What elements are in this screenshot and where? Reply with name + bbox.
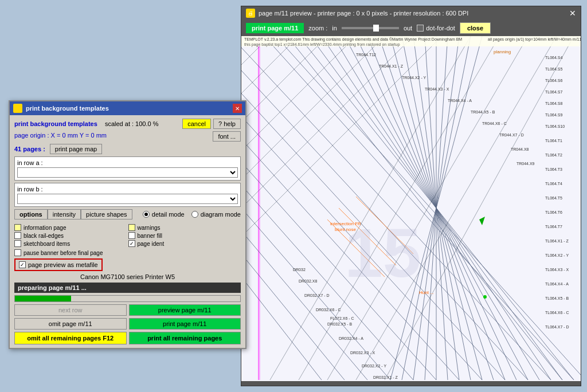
- page-preview-checkbox[interactable]: [19, 261, 26, 268]
- pause-banner-checkbox[interactable]: [14, 249, 21, 256]
- cancel-button[interactable]: cancel: [182, 119, 211, 129]
- svg-text:TL064.S7: TL064.S7: [545, 90, 562, 94]
- svg-text:TR044.X1 - Z: TR044.X1 - Z: [379, 64, 404, 68]
- page-preview-label: page preview as metafile: [28, 261, 98, 268]
- preparing-label: preparing page m/11 ...: [14, 283, 241, 293]
- svg-text:TL064.X2 - Y: TL064.X2 - Y: [545, 253, 569, 257]
- banner-fill-label: banner fill: [138, 233, 162, 239]
- omit-page-button[interactable]: omit page m/11: [14, 318, 127, 330]
- font-button[interactable]: font ...: [213, 131, 241, 142]
- pause-banner-row: pause banner before final page: [14, 249, 241, 256]
- header-buttons: cancel ? help: [182, 119, 241, 129]
- black-rail-label: black rail-edges: [24, 233, 64, 239]
- page-ident-label: page ident: [138, 241, 165, 247]
- svg-text:TL064.S5: TL064.S5: [545, 67, 562, 71]
- svg-text:TL064.S4: TL064.S4: [545, 56, 562, 60]
- svg-text:DR032.X7 - D: DR032.X7 - D: [304, 293, 330, 297]
- options-tabs: options intensity picture shapes: [14, 209, 132, 219]
- tab-picture-shapes[interactable]: picture shapes: [81, 209, 132, 219]
- svg-text:FL072.X6 - C: FL072.X6 - C: [330, 316, 354, 320]
- omit-all-button[interactable]: omit all remaining pages F12: [14, 332, 127, 344]
- tab-options[interactable]: options: [14, 209, 48, 219]
- svg-text:DR032.X2 - Y: DR032.X2 - Y: [362, 364, 386, 368]
- print-page-button[interactable]: print page m/11: [246, 23, 304, 33]
- zoom-slider[interactable]: [342, 27, 399, 29]
- svg-text:blunt nose: blunt nose: [335, 227, 356, 232]
- detail-mode-group: detail mode: [143, 211, 185, 218]
- dialog-close-button[interactable]: ✕: [233, 104, 242, 113]
- warnings-checkbox[interactable]: [128, 224, 135, 231]
- page-ident-checkbox[interactable]: [128, 240, 135, 247]
- svg-text:TL064.T5: TL064.T5: [545, 196, 562, 200]
- tab-intensity[interactable]: intensity: [48, 209, 81, 219]
- svg-text:TR044.X6 - C: TR044.X6 - C: [482, 121, 507, 126]
- svg-text:Hunt ...: Hunt ...: [419, 290, 434, 295]
- diagram-mode-label: diagram mode: [201, 211, 241, 218]
- detail-mode-radio[interactable]: [143, 211, 150, 218]
- svg-text:TL064.S10: TL064.S10: [545, 124, 565, 128]
- banner-fill-checkbox[interactable]: [128, 232, 135, 239]
- close-icon: ✕: [569, 9, 576, 18]
- sketchboard-row: sketchboard items: [14, 240, 127, 247]
- page-preview-container: page preview as metafile: [14, 258, 241, 271]
- dot-for-dot-checkbox[interactable]: [417, 25, 424, 32]
- print-all-button[interactable]: print all remaining pages: [129, 332, 241, 344]
- svg-text:TL064.X4 - A: TL064.X4 - A: [545, 282, 569, 286]
- svg-rect-0: [241, 36, 581, 381]
- svg-text:TL064.X6 - C: TL064.X6 - C: [545, 311, 569, 315]
- zoom-in-label: in: [332, 25, 337, 32]
- svg-text:TL064.T7: TL064.T7: [545, 225, 562, 229]
- scale-text: scaled at : 100.0 %: [105, 120, 159, 127]
- svg-text:TR044.X4 - A: TR044.X4 - A: [448, 99, 472, 103]
- svg-text:this page  baptist top1 x=2184: this page baptist top1 x=2184.61mm left/…: [244, 42, 400, 47]
- svg-text:TL064.T1: TL064.T1: [545, 139, 562, 143]
- preview-window: 🖨 page m/11 preview - printer page : 0 x…: [241, 6, 581, 386]
- bottom-buttons: omit all remaining pages F12 print all r…: [14, 332, 241, 344]
- svg-text:all pages origin (a/1)  top=10: all pages origin (a/1) top=104mm left/W=…: [488, 37, 581, 42]
- dialog-body: print background templates scaled at : 1…: [10, 115, 245, 348]
- svg-text:TL064.X1 - Z: TL064.X1 - Z: [545, 239, 569, 243]
- dot-for-dot-container: dot-for-dot: [417, 25, 455, 32]
- preview-content: 15 TEMPLOT v.2.23.a templot.com This dra…: [241, 36, 581, 381]
- help-button[interactable]: ? help: [213, 119, 241, 129]
- app-icon: 🖨: [246, 9, 255, 18]
- zoom-slider-thumb: [373, 25, 379, 32]
- warnings-label: warnings: [138, 225, 161, 231]
- svg-text:DR032.X4 - A: DR032.X4 - A: [339, 336, 363, 340]
- svg-text:DR032: DR032: [293, 268, 306, 272]
- svg-text:TL064.X3 - X: TL064.X3 - X: [545, 268, 569, 272]
- info-page-checkbox[interactable]: [14, 224, 21, 231]
- svg-text:TL064.X7 - D: TL064.X7 - D: [545, 325, 569, 329]
- print-page-dialog-button[interactable]: print page m/11: [129, 318, 241, 330]
- progress-bar-fill: [15, 296, 71, 301]
- close-preview-button[interactable]: close: [460, 22, 491, 34]
- row-b-select[interactable]: [17, 194, 238, 204]
- print-page-map-button[interactable]: print page map: [50, 144, 102, 154]
- dialog-title: print background templates: [26, 105, 109, 112]
- dialog-title-text: print background templates: [14, 120, 97, 127]
- sketchboard-label: sketchboard items: [24, 241, 70, 247]
- header-text-group: print background templates scaled at : 1…: [14, 120, 158, 127]
- svg-text:TL064.S6: TL064.S6: [545, 79, 562, 83]
- preview-titlebar: 🖨 page m/11 preview - printer page : 0 x…: [241, 6, 581, 20]
- black-rail-checkbox[interactable]: [14, 232, 21, 239]
- zoom-label: zoom :: [308, 25, 327, 32]
- sketchboard-checkbox[interactable]: [14, 240, 21, 247]
- diagram-mode-radio[interactable]: [191, 211, 198, 218]
- info-page-row: information page: [14, 224, 127, 231]
- svg-text:TL064.X5 - B: TL064.X5 - B: [545, 296, 569, 300]
- svg-text:TL064.S9: TL064.S9: [545, 113, 562, 117]
- svg-text:TR044.X9: TR044.X9: [516, 162, 535, 166]
- action-buttons-row: next row preview page m/11: [14, 304, 241, 316]
- dialog-icon: [13, 104, 22, 113]
- zoom-out-label: out: [404, 25, 412, 32]
- titlebar-left: 🖨 page m/11 preview - printer page : 0 x…: [246, 9, 468, 18]
- next-row-button[interactable]: next row: [14, 304, 127, 316]
- dialog-titlebar: print background templates ✕: [10, 101, 245, 115]
- pages-row: 41 pages : print page map: [14, 144, 241, 154]
- row-a-label: in row a :: [17, 159, 238, 166]
- preview-page-button[interactable]: preview page m/11: [129, 304, 241, 316]
- detail-mode-label: detail mode: [152, 211, 185, 218]
- row-a-select[interactable]: [17, 167, 238, 178]
- dot-for-dot-label: dot-for-dot: [426, 25, 455, 32]
